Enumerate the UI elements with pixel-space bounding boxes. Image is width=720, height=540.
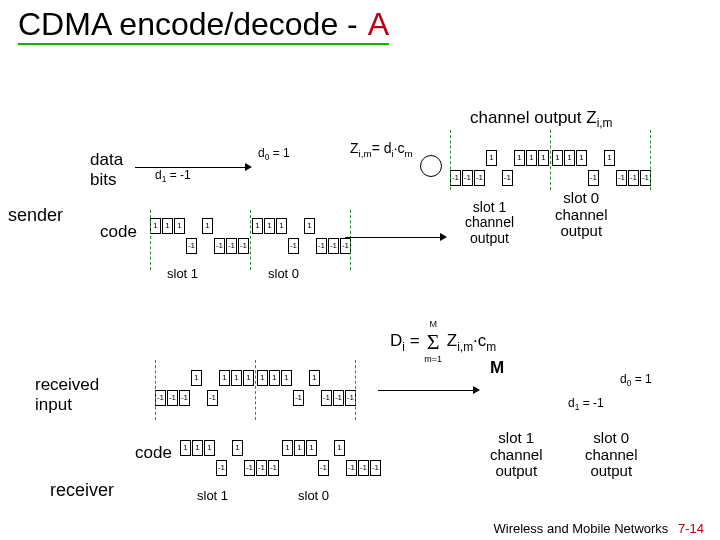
chiprow-sender-code-slot1: 111-11-1-1-1: [150, 218, 250, 254]
chip-value: -1: [179, 390, 190, 406]
chip-value: -1: [256, 460, 267, 476]
chip: 1: [191, 370, 203, 406]
chip-value: 1: [252, 218, 263, 234]
chip-value: 1: [514, 150, 525, 166]
label-receiver: receiver: [50, 480, 114, 501]
chip-value: -1: [502, 170, 513, 186]
chip: 1: [202, 218, 214, 254]
label-d0-receiver: d0 = 1: [620, 372, 652, 388]
chip: -1: [256, 440, 268, 476]
chip: -1: [167, 370, 179, 406]
chip: -1: [474, 150, 486, 186]
chip: -1: [238, 218, 250, 254]
chip-value: 1: [243, 370, 254, 386]
chip-value: 1: [486, 150, 497, 166]
label-slot0-output-b: slot 0channeloutput: [585, 430, 638, 480]
chip: 1: [231, 370, 243, 406]
chip-value: 1: [202, 218, 213, 234]
chip-value: 1: [276, 218, 287, 234]
chip-value: -1: [370, 460, 381, 476]
chip: -1: [321, 370, 333, 406]
chip-value: 1: [281, 370, 292, 386]
chip: 1: [252, 218, 264, 254]
chip: -1: [346, 440, 358, 476]
chip-value: -1: [186, 238, 197, 254]
label-slot0-receiver: slot 0: [298, 488, 329, 503]
chip: -1: [293, 370, 305, 406]
label-code-sender: code: [100, 222, 137, 242]
chip-value: -1: [244, 460, 255, 476]
chip: 1: [232, 440, 244, 476]
chip-value: 1: [232, 440, 243, 456]
chip: -1: [288, 218, 300, 254]
chip-value: 1: [192, 440, 203, 456]
chip-value: 1: [191, 370, 202, 386]
chip-value: 1: [538, 150, 549, 166]
chip-value: 1: [257, 370, 268, 386]
chip: -1: [316, 218, 328, 254]
footer-page: 7-14: [672, 521, 704, 536]
chip-value: -1: [628, 170, 639, 186]
label-slot0-sender: slot 0: [268, 266, 299, 281]
chip-value: -1: [358, 460, 369, 476]
chiprow-received-slot0: 111-11-1-1-1: [257, 370, 357, 406]
chip: 1: [282, 440, 294, 476]
chip-value: -1: [238, 238, 249, 254]
chip-value: -1: [616, 170, 627, 186]
chip: -1: [179, 370, 191, 406]
chiprow-receiver-code-slot0: 111-11-1-1-1: [282, 440, 382, 476]
chip-value: 1: [162, 218, 173, 234]
chip-value: -1: [346, 460, 357, 476]
footer: Wireless and Mobile Networks 7-14: [494, 521, 705, 536]
chip-value: 1: [334, 440, 345, 456]
chiprow-channel-slot0: 111-11-1-1-1: [552, 150, 652, 186]
chip-value: 1: [306, 440, 317, 456]
chip: -1: [155, 370, 167, 406]
chip: 1: [192, 440, 204, 476]
equation-zim: Zi,m= di·cm: [350, 140, 413, 159]
footer-text: Wireless and Mobile Networks: [494, 521, 669, 536]
label-bits: bits: [90, 170, 123, 190]
chip: 1: [276, 218, 288, 254]
chip: 1: [257, 370, 269, 406]
chip-value: 1: [309, 370, 320, 386]
chip: 1: [281, 370, 293, 406]
chip: 1: [334, 440, 346, 476]
chip: 1: [552, 150, 564, 186]
arrow-code-to-channel: [345, 237, 445, 238]
chip: 1: [269, 370, 281, 406]
chip: -1: [226, 218, 238, 254]
label-sender: sender: [8, 205, 63, 226]
chip-value: -1: [321, 390, 332, 406]
chip-value: -1: [155, 390, 166, 406]
chip-value: -1: [167, 390, 178, 406]
chip-value: -1: [207, 390, 218, 406]
chip-value: -1: [333, 390, 344, 406]
label-d1: d1 = -1: [155, 168, 191, 184]
chip: -1: [318, 440, 330, 476]
chip: -1: [588, 150, 600, 186]
chip: 1: [243, 370, 255, 406]
chip: 1: [264, 218, 276, 254]
label-d0: d0 = 1: [258, 146, 290, 162]
label-data-bits: data bits: [90, 150, 123, 190]
chip: 1: [174, 218, 186, 254]
chiprow-sender-code-slot0: 111-11-1-1-1: [252, 218, 352, 254]
label-d1-receiver: d1 = -1: [568, 396, 604, 412]
chip-value: 1: [264, 218, 275, 234]
chip: 1: [204, 440, 216, 476]
chip: 1: [219, 370, 231, 406]
chip: 1: [576, 150, 588, 186]
chip: 1: [526, 150, 538, 186]
label-code-receiver: code: [135, 443, 172, 463]
chip-value: 1: [219, 370, 230, 386]
label-received-input: receivedinput: [35, 375, 99, 415]
chip-value: 1: [180, 440, 191, 456]
label-slot1-receiver: slot 1: [197, 488, 228, 503]
chip: -1: [450, 150, 462, 186]
chip: -1: [333, 370, 345, 406]
chip-value: 1: [294, 440, 305, 456]
label-slot1-sender: slot 1: [167, 266, 198, 281]
chip: 1: [150, 218, 162, 254]
label-slot1-output-a: slot 1channeloutput: [465, 200, 514, 246]
